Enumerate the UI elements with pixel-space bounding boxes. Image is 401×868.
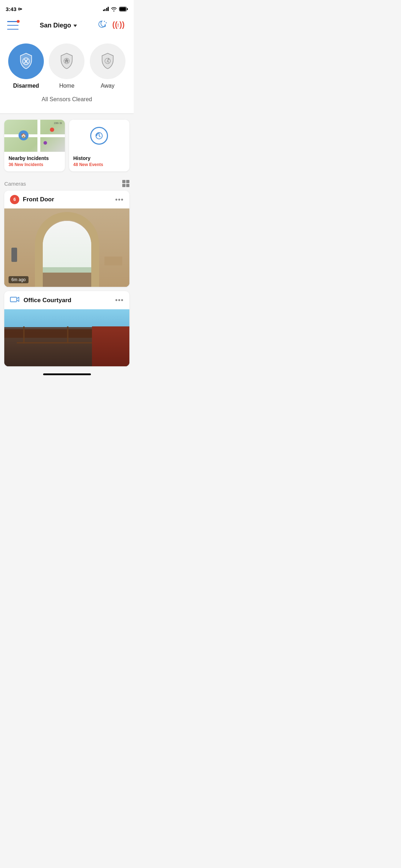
home-mode-button[interactable]: Home: [49, 43, 84, 89]
front-door-scene: 6m ago: [4, 208, 129, 287]
camera-card-header: 6 Front Door •••: [4, 191, 129, 208]
status-bar: 3:43 ⌲: [0, 0, 134, 16]
security-modes: Disarmed Home: [6, 43, 128, 89]
camera-more-button[interactable]: •••: [115, 196, 124, 204]
home-indicator: [0, 371, 134, 377]
camera-event-badge: 6: [10, 195, 19, 204]
front-door-thumbnail: 6m ago: [4, 208, 129, 287]
svg-point-9: [108, 58, 109, 59]
svg-rect-2: [120, 7, 126, 11]
svg-rect-1: [127, 8, 128, 10]
disarmed-mode-button[interactable]: Disarmed: [8, 43, 44, 89]
header-actions: (( ! )): [98, 19, 127, 31]
svg-text:!: !: [117, 22, 119, 28]
svg-text:)): )): [119, 20, 125, 29]
incidents-title: Nearby Incidents: [9, 155, 61, 161]
away-circle: [90, 43, 125, 79]
wifi-icon: [111, 7, 117, 11]
location-name: San Diego: [40, 22, 71, 29]
incidents-count: 36 New Incidents: [9, 162, 61, 167]
grid-cell: [126, 184, 129, 187]
history-count: 48 New Events: [73, 162, 125, 167]
status-time: 3:43 ⌲: [6, 6, 22, 12]
front-door-camera-card[interactable]: 6 Front Door •••: [4, 191, 129, 287]
camera-icon: [10, 295, 20, 305]
alarm-alert-icon[interactable]: (( ! )): [112, 19, 127, 31]
svg-rect-11: [10, 297, 17, 302]
history-title: History: [73, 155, 125, 161]
disarmed-label: Disarmed: [13, 83, 39, 89]
arch-inner: [43, 221, 91, 287]
home-circle: [49, 43, 84, 79]
time-display: 3:43: [6, 6, 16, 12]
history-icon: [90, 127, 108, 145]
camera-card-header-2: Office Courtyard •••: [4, 291, 129, 309]
cameras-section: Cameras 6 Front Door •••: [0, 177, 134, 366]
cameras-label: Cameras: [4, 181, 26, 187]
camera-more-button-2[interactable]: •••: [115, 296, 124, 304]
sensors-status: All Sensors Cleared: [6, 96, 128, 103]
history-card[interactable]: History 48 New Events: [69, 120, 130, 171]
window-ledge: [104, 257, 122, 265]
home-label: Home: [59, 83, 74, 89]
camera-title-row-2: Office Courtyard: [10, 295, 71, 305]
signal-strength-icon: [103, 7, 109, 11]
map-road-h: [4, 134, 65, 137]
disarmed-circle: [8, 43, 44, 79]
status-icons: [103, 7, 128, 11]
grid-view-button[interactable]: [122, 180, 129, 187]
menu-line: [7, 25, 19, 26]
notification-dot: [17, 20, 20, 23]
timestamp-badge: 6m ago: [9, 276, 29, 283]
camera-title-row: 6 Front Door: [10, 195, 54, 204]
chevron-down-icon: [73, 25, 77, 27]
cameras-header: Cameras: [4, 177, 129, 191]
away-mode-button[interactable]: Away: [90, 43, 125, 89]
menu-line: [7, 29, 19, 30]
office-scene: [4, 309, 129, 366]
home-indicator-bar: [43, 373, 91, 375]
history-icon-area: [69, 120, 130, 152]
map-street-label: 20th St: [54, 122, 62, 124]
office-courtyard-camera-card[interactable]: Office Courtyard •••: [4, 291, 129, 366]
map-road-v: [37, 120, 40, 152]
location-arrow-icon: ⌲: [18, 6, 22, 11]
grid-cell: [126, 180, 129, 183]
camera-name-2: Office Courtyard: [24, 297, 71, 304]
map-preview: 20th St 🏠: [4, 120, 65, 152]
location-selector[interactable]: San Diego: [40, 22, 77, 29]
office-courtyard-thumbnail: [4, 309, 129, 366]
incident-map-pin-red: [50, 128, 54, 132]
app-header: San Diego (( ! )): [0, 16, 134, 36]
grid-cell: [122, 180, 125, 183]
home-map-pin: 🏠: [19, 130, 29, 140]
grid-cell: [122, 184, 125, 187]
intercom-panel: [11, 248, 17, 262]
incident-map-pin-purple: [43, 141, 47, 145]
nearby-incidents-card[interactable]: 20th St 🏠 Nearby Incidents 36 New Incide…: [4, 120, 65, 171]
away-label: Away: [101, 83, 114, 89]
menu-button[interactable]: [7, 21, 19, 30]
cards-row: 20th St 🏠 Nearby Incidents 36 New Incide…: [0, 114, 134, 177]
night-mode-icon[interactable]: [98, 20, 107, 31]
camera-name: Front Door: [23, 196, 54, 203]
battery-icon: [119, 7, 128, 11]
security-panel: Disarmed Home: [0, 36, 134, 113]
incidents-card-body: Nearby Incidents 36 New Incidents: [4, 152, 65, 171]
history-card-body: History 48 New Events: [69, 152, 130, 171]
